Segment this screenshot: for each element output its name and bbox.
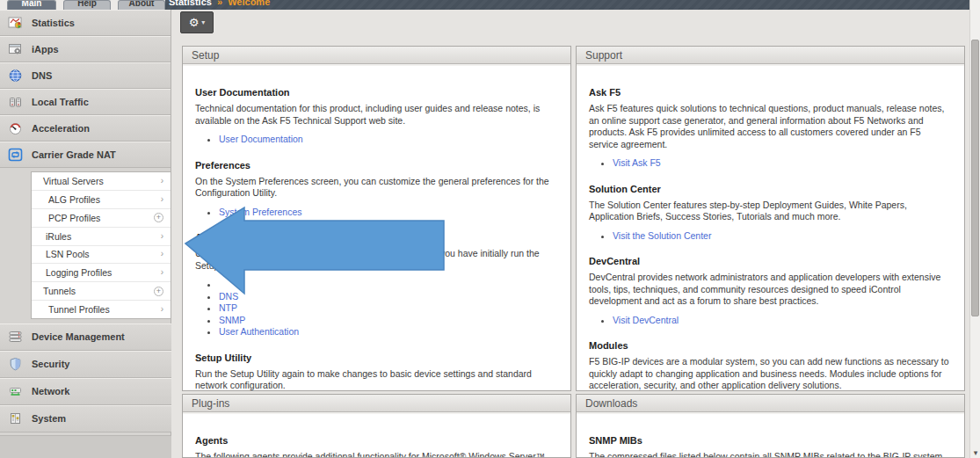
link-visit-ask-f5[interactable]: Visit Ask F5: [613, 157, 661, 168]
submenu-item-lsn-pools[interactable]: LSN Pools ›: [32, 246, 171, 265]
carrier-grade-nat-submenu: Virtual Servers › ALG Profiles › PCP Pro…: [31, 171, 171, 319]
list-item: [219, 279, 558, 291]
section-heading: Ask F5: [589, 87, 952, 98]
support-panel: Support Ask F5 Ask F5 features quick sol…: [576, 46, 965, 391]
sidebar-item-acceleration[interactable]: Acceleration: [0, 115, 171, 142]
tab-label: Help: [64, 0, 110, 10]
support-panel-body: Ask F5 Ask F5 features quick solutions t…: [577, 64, 964, 391]
section-heading: Solution Center: [589, 184, 952, 194]
gear-menu-button[interactable]: ⚙ ▾: [180, 11, 214, 33]
submenu-item-tunnels[interactable]: Tunnels +: [32, 282, 171, 301]
section-heading: Agents: [195, 435, 558, 446]
submenu-item-tunnel-profiles[interactable]: Tunnel Profiles ›: [32, 301, 171, 318]
section-text: DevCentral provides network administrato…: [589, 272, 952, 308]
submenu-item-virtual-servers[interactable]: Virtual Servers ›: [32, 172, 171, 191]
sidebar-footer: [0, 435, 171, 458]
sidebar-item-label: Acceleration: [32, 123, 90, 134]
breadcrumb-page: Welcome: [228, 0, 270, 7]
statistics-icon: [7, 15, 23, 31]
breadcrumb-section[interactable]: Statistics: [169, 0, 212, 7]
link-user-documentation[interactable]: User Documentation: [219, 134, 303, 144]
sidebar-item-label: Security: [32, 359, 69, 369]
chevron-down-icon: ▾: [201, 19, 205, 26]
submenu-item-label: ALG Profiles: [32, 194, 100, 205]
support-panel-header: Support: [577, 47, 964, 64]
sidebar-item-carrier-grade-nat[interactable]: Carrier Grade NAT: [0, 142, 171, 168]
submenu-item-irules[interactable]: iRules ›: [32, 228, 171, 246]
sidebar-item-network[interactable]: Network: [0, 378, 171, 405]
link-dns[interactable]: DNS: [219, 291, 238, 302]
chevron-right-icon: ›: [161, 232, 163, 241]
list-item: Visit the Solution Center: [613, 230, 952, 243]
system-icon: [7, 411, 23, 426]
tab-label: Main: [8, 0, 55, 10]
link-visit-solution-center[interactable]: Visit the Solution Center: [613, 230, 711, 241]
iapps-icon: [7, 41, 23, 57]
sidebar-item-system[interactable]: System: [0, 405, 171, 433]
downloads-panel-header: Downloads: [577, 395, 964, 412]
link-list: System Preferences: [195, 207, 558, 219]
section-heading: Modules: [589, 340, 952, 351]
breadcrumb-separator: »: [214, 0, 225, 7]
submenu-item-alg-profiles[interactable]: ALG Profiles ›: [32, 191, 171, 209]
sidebar-item-security[interactable]: Security: [0, 351, 171, 378]
plugins-panel-body: Agents The following agents provide addi…: [183, 412, 570, 458]
downloads-panel-body: SNMP MIBs The compressed files listed be…: [577, 412, 964, 458]
link-list: User Documentation: [195, 134, 558, 146]
tab-help[interactable]: Help: [63, 0, 111, 10]
chevron-right-icon: ›: [161, 195, 163, 204]
setup-panel-body: User Documentation Technical documentati…: [183, 64, 570, 391]
bigip-welcome-screen: Main Help About Statistics » Welcome Sta…: [0, 0, 980, 458]
section-heading: DevCentral: [589, 256, 952, 266]
link-user-authentication[interactable]: User Authentication: [219, 326, 299, 337]
tab-label: About: [119, 0, 164, 10]
sidebar-item-iapps[interactable]: iApps: [0, 36, 171, 62]
carrier-grade-nat-icon: [7, 147, 23, 163]
chevron-right-icon: ›: [161, 250, 163, 258]
sidebar-item-statistics[interactable]: Statistics: [0, 10, 171, 36]
sidebar: Statistics iApps DNS Local Traffic Accel…: [0, 10, 171, 458]
vertical-scrollbar[interactable]: ▾: [969, 0, 980, 458]
plus-icon[interactable]: +: [154, 213, 163, 222]
link-ntp[interactable]: NTP: [219, 302, 237, 313]
link-list: DNS NTP SNMP User Authentication: [195, 279, 558, 338]
plugins-panel-header: Plug-ins: [183, 395, 570, 412]
section-text: Technical documentation for this product…: [195, 103, 558, 127]
submenu-item-logging-profiles[interactable]: Logging Profiles ›: [32, 264, 171, 282]
sidebar-item-label: Device Management: [32, 331, 125, 342]
section-text: F5 BIG-IP devices are a modular system, …: [589, 356, 952, 391]
section-heading: Preferences: [195, 160, 558, 171]
scrollbar-thumb[interactable]: [971, 40, 979, 316]
link-system-preferences[interactable]: System Preferences: [219, 207, 302, 217]
setup-panel: Setup User Documentation Technical docum…: [182, 46, 571, 391]
link-visit-devcentral[interactable]: Visit DevCentral: [613, 315, 679, 325]
sidebar-item-local-traffic[interactable]: Local Traffic: [0, 89, 171, 115]
chevron-right-icon: ›: [161, 268, 163, 277]
link-list: Visit DevCentral: [589, 315, 952, 327]
section-heading: SNMP MIBs: [589, 435, 952, 446]
dns-icon: [7, 68, 23, 84]
tab-about[interactable]: About: [118, 0, 165, 10]
list-item: System Preferences: [219, 207, 558, 219]
sidebar-item-label: Carrier Grade NAT: [32, 149, 116, 160]
section-heading: Additional Setup Options: [195, 232, 558, 243]
sidebar-bottom-items: Device Management Security Network Syste…: [0, 324, 171, 433]
chevron-right-icon: ›: [161, 305, 163, 314]
list-item: SNMP: [219, 315, 558, 327]
submenu-item-label: Logging Profiles: [32, 267, 112, 278]
section-text: The Solution Center features step-by-ste…: [589, 200, 952, 223]
plus-icon[interactable]: +: [154, 287, 163, 296]
section-text: Ask F5 features quick solutions to techn…: [589, 103, 952, 150]
list-item: NTP: [219, 302, 558, 315]
link-list: Visit Ask F5: [589, 157, 952, 170]
submenu-item-pcp-profiles[interactable]: PCP Profiles +: [32, 209, 171, 228]
sidebar-item-dns[interactable]: DNS: [0, 62, 171, 89]
submenu-item-label: Virtual Servers: [32, 176, 104, 186]
scrollbar-down-arrow[interactable]: ▾: [970, 448, 980, 457]
link-snmp[interactable]: SNMP: [219, 315, 245, 325]
tab-main[interactable]: Main: [7, 0, 56, 10]
list-item: Visit DevCentral: [613, 315, 952, 327]
section-text: The compressed files listed below contai…: [589, 451, 952, 458]
sidebar-item-device-management[interactable]: Device Management: [0, 324, 171, 351]
submenu-item-label: Tunnels: [32, 286, 76, 296]
